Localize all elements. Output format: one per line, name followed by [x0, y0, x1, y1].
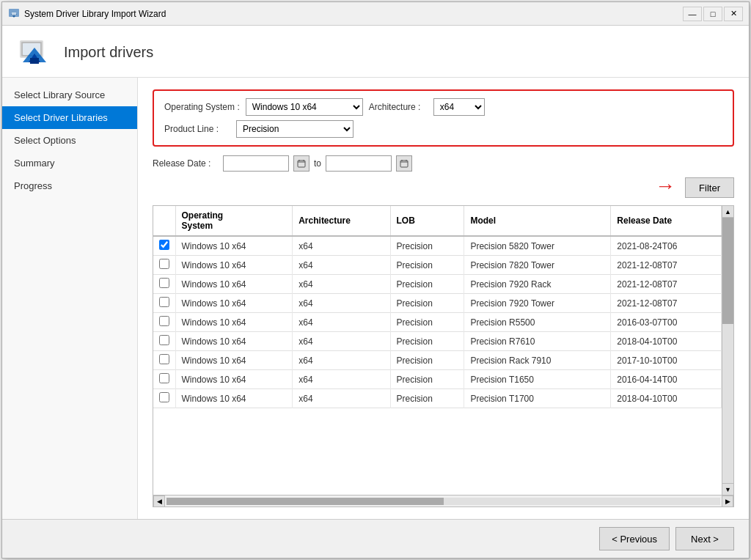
os-select[interactable]: Windows 10 x64 Windows 10 x86 Windows 11…	[246, 98, 363, 116]
th-checkbox	[153, 206, 175, 236]
row-checkbox-cell	[153, 313, 175, 332]
release-date-label: Release Date :	[153, 158, 219, 169]
table-row: Windows 10 x64x64PrecisionPrecision Rack…	[153, 351, 722, 370]
row-checkbox-2[interactable]	[159, 278, 169, 288]
row-release-date: 2018-04-10T00	[611, 332, 722, 351]
product-select[interactable]: Precision OptiPlex Latitude	[236, 120, 353, 138]
row-checkbox-cell	[153, 351, 175, 370]
calendar-icon-2	[400, 159, 409, 168]
row-checkbox-8[interactable]	[159, 392, 169, 402]
release-date-to-input[interactable]	[326, 155, 392, 172]
row-lob: Precision	[390, 370, 464, 389]
h-scroll-thumb[interactable]	[166, 498, 444, 505]
row-arch: x64	[293, 332, 390, 351]
row-checkbox-cell	[153, 256, 175, 275]
window-title: System Driver Library Import Wizard	[24, 9, 166, 19]
table-row: Windows 10 x64x64PrecisionPrecision R550…	[153, 313, 722, 332]
row-lob: Precision	[390, 351, 464, 370]
row-checkbox-cell	[153, 236, 175, 256]
sidebar-item-select-library-source[interactable]: Select Library Source	[2, 84, 137, 106]
sidebar-item-select-options[interactable]: Select Options	[2, 129, 137, 152]
arrow-indicator: →	[655, 174, 675, 198]
table-scroll-area: OperatingSystem Architecture LOB Model R…	[153, 206, 733, 495]
sidebar-item-progress[interactable]: Progress	[2, 174, 137, 197]
previous-button[interactable]: < Previous	[599, 527, 670, 550]
row-model: Precision 7920 Rack	[464, 275, 611, 294]
row-model: Precision R7610	[464, 332, 611, 351]
scroll-left-button[interactable]: ◀	[153, 495, 165, 507]
row-arch: x64	[293, 389, 390, 408]
release-date-to-picker[interactable]	[396, 155, 412, 172]
scroll-down-button[interactable]: ▼	[722, 483, 733, 495]
row-release-date: 2018-04-10T00	[611, 389, 722, 408]
row-lob: Precision	[390, 236, 464, 256]
minimize-button[interactable]: —	[683, 7, 702, 21]
table-row: Windows 10 x64x64PrecisionPrecision T165…	[153, 370, 722, 389]
vertical-scrollbar[interactable]: ▲ ▼	[722, 206, 733, 495]
row-arch: x64	[293, 313, 390, 332]
row-checkbox-1[interactable]	[159, 259, 169, 269]
th-arch: Architecture	[293, 206, 390, 236]
svg-rect-13	[400, 161, 408, 167]
next-button[interactable]: Next >	[675, 527, 734, 550]
row-arch: x64	[293, 294, 390, 313]
horizontal-scrollbar[interactable]: ◀ ▶	[153, 495, 733, 506]
row-os: Windows 10 x64	[175, 236, 293, 256]
row-lob: Precision	[390, 332, 464, 351]
row-checkbox-0[interactable]	[159, 240, 169, 250]
row-checkbox-3[interactable]	[159, 297, 169, 307]
row-checkbox-cell	[153, 370, 175, 389]
svg-rect-9	[298, 161, 305, 167]
row-os: Windows 10 x64	[175, 332, 293, 351]
footer: < Previous Next >	[2, 519, 749, 558]
table-scroll-inner[interactable]: OperatingSystem Architecture LOB Model R…	[153, 206, 722, 495]
filter-os-row: Operating System : Windows 10 x64 Window…	[164, 98, 722, 116]
table-row: Windows 10 x64x64PrecisionPrecision 5820…	[153, 236, 722, 256]
scroll-track[interactable]	[722, 218, 733, 483]
row-model: Precision 7820 Tower	[464, 256, 611, 275]
sidebar-item-select-driver-libraries[interactable]: Select Driver Libraries	[2, 106, 137, 129]
row-lob: Precision	[390, 256, 464, 275]
h-scroll-track[interactable]	[166, 498, 720, 505]
row-checkbox-7[interactable]	[159, 373, 169, 383]
row-checkbox-6[interactable]	[159, 354, 169, 364]
th-model: Model	[464, 206, 611, 236]
row-os: Windows 10 x64	[175, 351, 293, 370]
page-title: Import drivers	[64, 44, 153, 61]
close-button[interactable]: ✕	[724, 7, 743, 21]
row-lob: Precision	[390, 313, 464, 332]
header: Import drivers	[2, 26, 749, 78]
table-container: OperatingSystem Architecture LOB Model R…	[153, 205, 734, 507]
main-window: System Driver Library Import Wizard — □ …	[1, 1, 750, 559]
row-release-date: 2021-12-08T07	[611, 256, 722, 275]
scroll-up-button[interactable]: ▲	[722, 206, 733, 218]
row-model: Precision 5820 Tower	[464, 236, 611, 256]
table-row: Windows 10 x64x64PrecisionPrecision 7920…	[153, 294, 722, 313]
release-date-row: Release Date : to	[153, 155, 734, 172]
row-checkbox-4[interactable]	[159, 316, 169, 326]
row-lob: Precision	[390, 275, 464, 294]
table-row: Windows 10 x64x64PrecisionPrecision 7920…	[153, 275, 722, 294]
filter-button[interactable]: Filter	[685, 177, 734, 198]
row-checkbox-5[interactable]	[159, 335, 169, 345]
svg-rect-2	[12, 12, 16, 15]
row-arch: x64	[293, 236, 390, 256]
release-date-from-input[interactable]	[223, 155, 289, 172]
calendar-icon	[297, 159, 306, 168]
scroll-thumb[interactable]	[722, 218, 733, 324]
release-date-from-picker[interactable]	[293, 155, 309, 172]
row-os: Windows 10 x64	[175, 294, 293, 313]
th-lob: LOB	[390, 206, 464, 236]
scroll-right-button[interactable]: ▶	[722, 495, 733, 507]
row-checkbox-cell	[153, 294, 175, 313]
table-row: Windows 10 x64x64PrecisionPrecision 7820…	[153, 256, 722, 275]
title-bar: System Driver Library Import Wizard — □ …	[2, 2, 749, 26]
row-arch: x64	[293, 256, 390, 275]
filter-product-row: Product Line : Precision OptiPlex Latitu…	[164, 120, 722, 138]
sidebar-item-summary[interactable]: Summary	[2, 152, 137, 174]
main-content: Operating System : Windows 10 x64 Window…	[138, 78, 749, 519]
filter-box: Operating System : Windows 10 x64 Window…	[153, 89, 734, 147]
maximize-button[interactable]: □	[703, 7, 722, 21]
arch-select[interactable]: x64 x86	[433, 98, 485, 116]
window-controls: — □ ✕	[683, 7, 743, 21]
